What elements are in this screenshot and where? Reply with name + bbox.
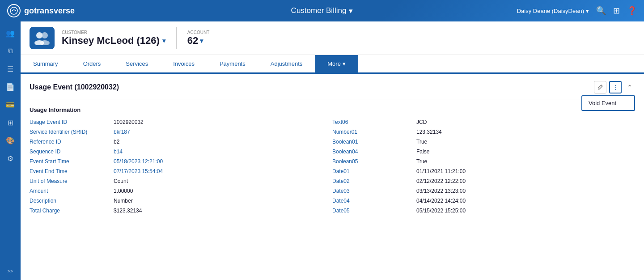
row-total-charge: Total Charge $123.32134 [30,206,332,215]
user-menu[interactable]: Daisy Deane (DaisyDean) ▾ [517,8,589,14]
sidebar-item-card[interactable]: 💳 [2,97,18,113]
customer-name-text: Kinsey McLeod (126) [62,35,160,47]
tab-orders[interactable]: Orders [71,55,114,74]
label-event-end: Event End Time [30,168,110,174]
collapse-button[interactable]: ⌃ [624,82,635,93]
brand-name: gotransverse [24,6,75,16]
navbar-right: Daisy Deane (DaisyDean) ▾ 🔍 ⊞ ❓ [517,6,637,16]
label-boolean01: Boolean01 [332,139,413,145]
title-dropdown-icon[interactable]: ▾ [349,6,353,16]
account-dropdown-icon[interactable]: ▾ [200,37,203,44]
tab-adjustments[interactable]: Adjustments [258,55,315,74]
brand-logo[interactable]: gotransverse [7,4,75,17]
value-reference-id: b2 [114,139,119,145]
row-sequence-id: Sequence ID b14 [30,147,332,156]
sidebar-item-copy[interactable]: ⧉ [2,43,18,59]
value-text06: JCD [416,119,427,125]
value-event-end[interactable]: 07/17/2023 15:54:04 [114,168,163,174]
label-boolean05: Boolean05 [332,158,413,165]
tab-services[interactable]: Services [113,55,161,74]
more-actions-button[interactable]: ⋮ [609,81,622,93]
label-date03: Date03 [332,188,413,194]
content-area: CUSTOMER Kinsey McLeod (126) ▾ ACCOUNT 6… [21,21,644,280]
account-divider [176,27,177,49]
main-layout: 👥 ⧉ ☰ 📄 💳 ⊞ 🎨 ⚙ >> CUSTOMER Kinse [0,21,644,280]
section-divider [30,99,635,99]
row-event-end: Event End Time 07/17/2023 15:54:04 [30,167,332,176]
value-date05: 05/15/2022 15:25:00 [416,208,466,214]
row-boolean05: Boolean05 True [332,157,635,166]
value-boolean04: False [416,148,429,155]
account-label: ACCOUNT [187,30,209,35]
label-number01: Number01 [332,129,413,135]
section-title: Usage Event (1002920032) [30,83,119,91]
section-header: Usage Event (1002920032) ⋮ Void Event ⌃ [30,81,635,93]
label-date04: Date04 [332,198,413,204]
value-boolean01: True [416,139,427,145]
value-total-charge: $123.32134 [114,208,142,214]
row-date05: Date05 05/15/2022 15:25:00 [332,206,635,215]
value-srid[interactable]: bkr187 [114,129,130,135]
row-date01: Date01 01/11/2021 11:21:00 [332,167,635,176]
svg-point-0 [10,7,17,14]
label-date02: Date02 [332,178,413,184]
value-amount: 1.00000 [114,188,133,194]
edit-button[interactable] [594,81,606,93]
customer-header: CUSTOMER Kinsey McLeod (126) ▾ ACCOUNT 6… [21,21,644,55]
tab-invoices[interactable]: Invoices [161,55,207,74]
row-description: Description Number [30,196,332,205]
row-srid: Service Identifier (SRID) bkr187 [30,127,332,136]
value-description: Number [114,198,133,204]
sidebar-item-palette[interactable]: 🎨 [2,132,18,148]
sidebar-expand-button[interactable]: >> [2,266,18,276]
tab-bar: Summary Orders Services Invoices Payment… [21,55,644,74]
left-info-column: Usage Event ID 1002920032 Service Identi… [30,118,332,215]
customer-dropdown-icon[interactable]: ▾ [162,37,165,44]
sidebar-item-table[interactable]: ⊞ [2,115,18,131]
tab-summary[interactable]: Summary [21,55,71,74]
grid-icon[interactable]: ⊞ [613,6,620,16]
navbar: gotransverse Customer Billing ▾ Daisy De… [0,0,644,21]
usage-info-grid: Usage Event ID 1002920032 Service Identi… [30,118,635,215]
label-srid: Service Identifier (SRID) [30,129,110,135]
sidebar-item-document[interactable]: 📄 [2,79,18,95]
row-number01: Number01 123.32134 [332,127,635,136]
value-date02: 02/12/2022 12:22:00 [416,178,466,184]
row-boolean04: Boolean04 False [332,147,635,156]
sidebar: 👥 ⧉ ☰ 📄 💳 ⊞ 🎨 ⚙ >> [0,21,21,280]
account-number: 62 ▾ [187,35,209,47]
label-description: Description [30,198,110,204]
value-event-start[interactable]: 05/18/2023 12:21:00 [114,158,163,165]
row-amount: Amount 1.00000 [30,187,332,195]
sidebar-item-list[interactable]: ☰ [2,61,18,77]
label-text06: Text06 [332,119,413,125]
value-date01: 01/11/2021 11:21:00 [416,168,466,174]
usage-info-title: Usage Information [30,106,635,113]
user-dropdown-icon: ▾ [586,8,589,14]
page-content: Usage Event (1002920032) ⋮ Void Event ⌃ [21,74,644,280]
section-actions: ⋮ Void Event ⌃ [594,81,635,93]
label-boolean04: Boolean04 [332,148,413,155]
label-reference-id: Reference ID [30,139,110,145]
label-date01: Date01 [332,168,413,174]
user-name: Daisy Deane (DaisyDean) [517,8,584,14]
svg-point-1 [36,32,42,38]
account-number-text: 62 [187,35,198,47]
label-sequence-id: Sequence ID [30,148,110,155]
row-date02: Date02 02/12/2022 12:22:00 [332,177,635,186]
value-sequence-id[interactable]: b14 [114,148,123,155]
svg-point-2 [42,32,48,38]
account-info: ACCOUNT 62 ▾ [187,30,209,47]
customer-label: CUSTOMER [62,30,165,35]
search-icon[interactable]: 🔍 [596,6,606,16]
tab-more[interactable]: More ▾ [315,55,358,74]
void-event-item[interactable]: Void Event [582,96,634,110]
row-date04: Date04 04/14/2022 14:24:00 [332,196,635,205]
row-usage-event-id: Usage Event ID 1002920032 [30,118,332,127]
sidebar-item-gear[interactable]: ⚙ [2,150,18,166]
tab-payments[interactable]: Payments [207,55,258,74]
app-title: Customer Billing ▾ [291,6,353,16]
help-icon[interactable]: ❓ [627,6,637,16]
value-unit-of-measure: Count [114,178,128,184]
sidebar-item-users[interactable]: 👥 [2,25,18,41]
